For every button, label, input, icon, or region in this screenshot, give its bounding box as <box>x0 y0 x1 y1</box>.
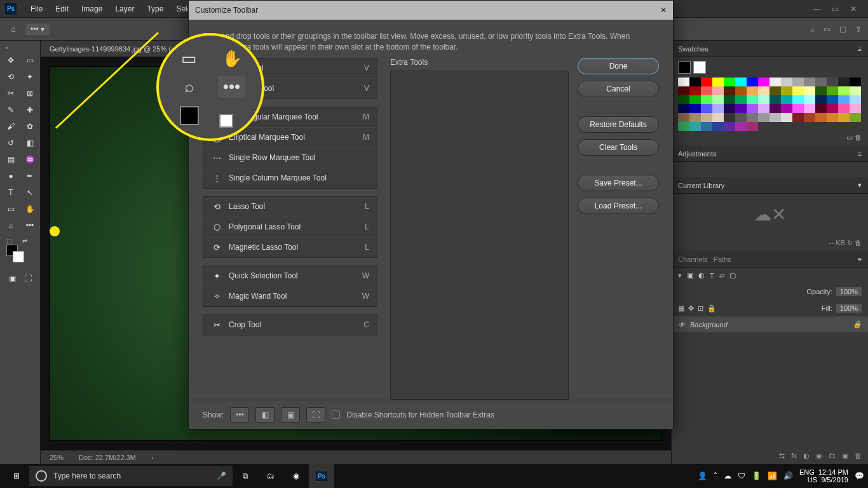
zoom-tool[interactable]: ⌕ <box>3 219 19 233</box>
filter-adj-icon[interactable]: ◐ <box>698 271 705 280</box>
default-colors-icon[interactable]: ⬚ <box>6 238 12 245</box>
clear-tools-button[interactable]: Clear Tools <box>578 139 659 156</box>
tool-list-item[interactable]: ▭Rectangular Marquee ToolM <box>203 107 377 128</box>
window-close-icon[interactable]: ✕ <box>850 4 857 13</box>
color-fg[interactable] <box>678 61 691 74</box>
show-mask-button[interactable]: ▣ <box>281 407 300 423</box>
home-icon[interactable]: ⌂ <box>6 22 20 36</box>
clock[interactable]: ENG 12:14 PM US 9/5/2019 <box>799 468 848 484</box>
toolbar-tool-list[interactable]: ↔Move ToolV▭Artboard ToolV▭Rectangular M… <box>203 58 381 400</box>
people-icon[interactable]: 👤 <box>698 471 707 480</box>
swatch[interactable] <box>827 104 838 113</box>
swatch[interactable] <box>701 104 712 113</box>
swatch[interactable] <box>804 104 815 113</box>
adjustments-tab[interactable]: Adjustments <box>678 150 717 158</box>
swatch[interactable] <box>712 122 724 131</box>
swatch[interactable] <box>735 86 747 95</box>
swatch[interactable] <box>678 113 689 122</box>
window-maximize-icon[interactable]: ▭ <box>832 4 839 13</box>
channels-tab[interactable]: Channels <box>678 255 707 263</box>
swatch[interactable] <box>701 95 712 104</box>
swatch[interactable] <box>701 113 712 122</box>
swatch[interactable] <box>804 78 815 86</box>
mic-icon[interactable]: 🎤 <box>217 471 226 480</box>
dodge-tool[interactable]: ● <box>3 169 19 183</box>
swatch[interactable] <box>815 95 827 104</box>
notifications-icon[interactable]: 💬 <box>855 471 864 480</box>
clone-tool[interactable]: ✿ <box>22 119 38 133</box>
visibility-icon[interactable]: 👁 <box>678 321 685 329</box>
tray-cc-icon[interactable]: ☁ <box>724 471 731 480</box>
zoom-level[interactable]: 25% <box>50 454 64 461</box>
swatch[interactable] <box>689 122 701 131</box>
swatch[interactable] <box>689 78 701 86</box>
tool-list-item[interactable]: ◯Elliptical Marquee ToolM <box>203 128 377 148</box>
lock-move-icon[interactable]: ✥ <box>688 304 694 313</box>
paths-tab[interactable]: Paths <box>714 255 731 263</box>
swatch[interactable] <box>701 86 712 95</box>
link-icon[interactable]: ⇆ <box>779 452 785 460</box>
swatch[interactable] <box>770 113 781 122</box>
swatch[interactable] <box>735 122 747 131</box>
marquee-tool[interactable]: ▭ <box>22 53 38 67</box>
show-extra-button[interactable]: ••• <box>230 407 249 423</box>
show-fg-button[interactable]: ◧ <box>255 407 275 423</box>
tray-wifi-icon[interactable]: 📶 <box>768 471 777 480</box>
brush-tool[interactable]: 🖌 <box>3 119 19 133</box>
eraser-tool[interactable]: ◧ <box>22 136 38 150</box>
swatch[interactable] <box>804 86 815 95</box>
trash-icon[interactable]: 🗑 <box>855 239 862 247</box>
swatch[interactable] <box>770 78 781 86</box>
swatch[interactable] <box>838 104 850 113</box>
swatch[interactable] <box>850 78 861 86</box>
lock-all-icon[interactable]: 🔒 <box>707 304 716 313</box>
chrome-icon[interactable]: ◉ <box>283 464 309 488</box>
swatch[interactable] <box>747 104 758 113</box>
blur-tool[interactable]: ♒ <box>22 152 38 166</box>
swatch[interactable] <box>838 95 850 104</box>
swatch[interactable] <box>747 78 758 86</box>
swatch[interactable] <box>735 104 747 113</box>
fx-icon[interactable]: fx <box>791 452 797 460</box>
tool-list-item[interactable]: ⟲Lasso ToolL <box>203 197 377 217</box>
sync-icon[interactable]: ↻ <box>847 239 853 247</box>
start-button[interactable]: ⊞ <box>4 464 29 488</box>
swatch[interactable] <box>770 95 781 104</box>
done-button[interactable]: Done <box>578 58 659 74</box>
history-brush-tool[interactable]: ↺ <box>3 136 19 150</box>
gradient-tool[interactable]: ▤ <box>3 152 19 166</box>
lock-artboard-icon[interactable]: ⊡ <box>698 304 703 313</box>
swatch[interactable] <box>747 86 758 95</box>
swatch[interactable] <box>781 113 792 122</box>
new-layer-icon[interactable]: ▣ <box>842 452 848 460</box>
frame-icon[interactable]: ▢ <box>839 25 846 34</box>
swatch[interactable] <box>781 104 792 113</box>
swatch[interactable] <box>735 78 747 86</box>
tool-list-item[interactable]: ✦Quick Selection ToolW <box>203 266 377 287</box>
swatch[interactable] <box>770 104 781 113</box>
swatch[interactable] <box>678 95 689 104</box>
search-icon[interactable]: ⌕ <box>810 25 815 34</box>
swatch[interactable] <box>815 86 827 95</box>
swatch[interactable] <box>815 104 827 113</box>
menu-edit[interactable]: Edit <box>49 4 75 13</box>
lasso-tool[interactable]: ⟲ <box>3 70 19 84</box>
quick-select-tool[interactable]: ✦ <box>22 70 38 84</box>
recent-dropdown[interactable]: ••• ▾ <box>25 24 50 35</box>
swatches-tab[interactable]: Swatches <box>678 45 709 53</box>
chevron-down-icon[interactable]: ▾ <box>858 181 862 189</box>
quickmask-icon[interactable]: ▣ <box>6 271 18 285</box>
swatch[interactable] <box>781 95 792 104</box>
fill-value[interactable]: 100% <box>836 304 862 313</box>
tray-battery-icon[interactable]: 🔋 <box>752 471 761 480</box>
swatch[interactable] <box>724 78 735 86</box>
menu-file[interactable]: File <box>24 4 49 13</box>
artboard-icon[interactable]: ▭ <box>824 25 831 34</box>
swatch[interactable] <box>689 86 701 95</box>
swatch[interactable] <box>850 104 861 113</box>
swatch[interactable] <box>792 113 804 122</box>
swatch[interactable] <box>804 113 815 122</box>
layer-background[interactable]: 👁 Background 🔒 <box>672 316 868 332</box>
swatch[interactable] <box>712 95 724 104</box>
swatch[interactable] <box>827 113 838 122</box>
